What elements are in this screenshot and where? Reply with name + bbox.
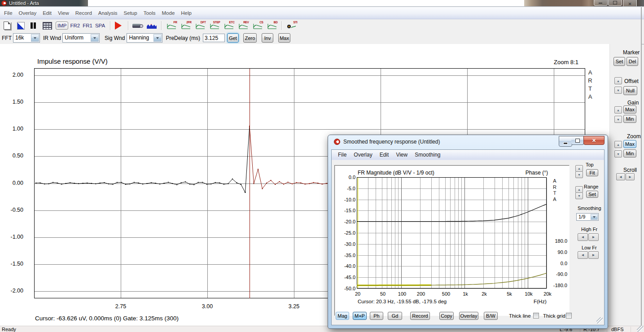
status-separator [631,327,631,332]
fr-menu-item[interactable]: File [334,152,350,158]
gain-up-button[interactable]: ▲ [614,106,622,114]
right-sidebar: Marker Set Del ▲ Offset ▼ Null Gain ▲ Ma… [609,44,641,326]
fr-minimize-button[interactable] [559,136,572,147]
status-unit: dBFS [611,327,624,332]
fr-record-button[interactable]: Record [410,312,430,320]
record-label: Record [412,313,428,319]
thick-grid-checkbox[interactable] [566,313,572,319]
tick-label: 10k [522,291,535,297]
fr-smoothing-combo[interactable]: 1/9 [576,213,599,221]
fft-combo[interactable]: 16k [13,33,40,43]
menu-item[interactable]: Tools [140,10,159,16]
menu-item[interactable]: Record [72,10,95,16]
fr-lowfr-left-button[interactable]: ◄ [578,251,588,259]
inv-button[interactable]: Inv [262,33,273,43]
fr-close-button[interactable]: ✕ [583,136,605,145]
offset-null-button[interactable]: Null [623,86,637,95]
zero-button[interactable]: Zero [243,33,257,43]
analysis-icon-button[interactable]: STEP [209,21,220,31]
zoom-up-button[interactable]: ▲ [614,141,622,148]
fr1-mode-button[interactable]: FR1 [82,22,93,29]
zoom-max-button[interactable]: Max [623,140,636,148]
get-button[interactable]: Get [227,33,239,43]
smoothing-combo-arrow[interactable] [591,214,598,220]
microphone-icon[interactable] [132,24,141,28]
analysis-icon-button[interactable]: DFT [195,21,206,31]
fr-plot[interactable] [357,177,547,289]
tick-label: 50 [376,291,390,297]
menu-item[interactable]: File [1,10,16,16]
scroll-right-button[interactable]: ► [626,173,635,180]
fr-range-set-button[interactable]: Set [586,191,598,198]
analysis-icon-button[interactable]: 2FR [180,21,192,31]
fr-highfr-right-button[interactable]: ► [588,233,599,241]
marker-set-button[interactable]: Set [613,57,625,66]
table-icon[interactable] [43,22,52,30]
gain-min-button[interactable]: Min [623,115,636,123]
spectrum-icon[interactable] [147,23,157,29]
fr-mag-button[interactable]: Mag [336,312,349,320]
minimize-button[interactable] [594,0,608,6]
fr-top-up-button[interactable]: ▲ [575,165,583,172]
predelay-input[interactable] [203,34,225,42]
fr-menu-item[interactable]: Smoothing [411,152,444,158]
fr2-mode-button[interactable]: FR2 [69,22,81,29]
menu-item[interactable]: Analysis [95,10,121,16]
close-button[interactable]: ✕ [623,0,637,6]
maximize-button[interactable] [608,0,622,6]
analysis-icon-button[interactable]: FR [166,21,177,31]
fr-copy-button[interactable]: Copy [439,312,454,320]
menu-item[interactable]: Edit [39,10,55,16]
fr-menu-item[interactable]: Overlay [350,152,376,158]
offset-up-button[interactable]: ▲ [614,77,622,84]
marker-del-button[interactable]: Del [626,57,638,66]
fr-resize-grip[interactable] [596,317,603,323]
fr-top-down-button[interactable]: ▼ [575,171,583,178]
fr-bw-button[interactable]: B/W [484,312,498,320]
ir-wnd-combo-arrow[interactable] [91,34,99,42]
fr-maximize-button[interactable] [571,136,584,145]
toolbar-separator [110,21,111,30]
zoom-min-button[interactable]: Min [623,149,636,157]
sig-wnd-combo[interactable]: Hanning [127,33,162,43]
fr-lowfr-right-button[interactable]: ► [588,251,599,259]
thick-line-checkbox[interactable] [533,313,539,319]
analysis-icon-button[interactable]: ETC [223,21,235,31]
record-play-icon[interactable] [115,22,126,30]
fr-fit-button[interactable]: Fit [586,169,598,176]
menu-item[interactable]: Mode [159,10,178,16]
max-button[interactable]: Max [278,33,290,43]
fr-range-down-button[interactable]: ▼ [575,192,583,199]
statusbar-resize-grip[interactable] [637,326,643,332]
spa-mode-button[interactable]: SPA [94,22,106,29]
signal-generator-icon[interactable] [17,22,25,30]
tick-label: 100 [395,291,409,297]
menu-item[interactable]: Setup [121,10,140,16]
offset-down-button[interactable]: ▼ [614,87,622,94]
gain-down-button[interactable]: ▼ [614,116,622,123]
analysis-icon-button[interactable]: BD [267,21,278,31]
sig-wnd-combo-arrow[interactable] [153,34,162,42]
fr-gd-button[interactable]: Gd [388,312,402,320]
pause-icon[interactable] [31,22,36,29]
fr-highfr-left-button[interactable]: ◄ [578,233,588,241]
analysis-icon-button[interactable]: REV [238,21,249,31]
new-document-icon[interactable] [4,22,11,30]
zoom-down-button[interactable]: ▼ [614,150,622,157]
analysis-icon-button[interactable]: CS [252,21,263,31]
fr-mp-button[interactable]: M+P [353,312,367,320]
imp-mode-button[interactable]: IMP [56,22,68,30]
fr-overlay-button[interactable]: Overlay [459,312,478,320]
fft-combo-arrow[interactable] [31,34,39,42]
fr-ph-button[interactable]: Ph [370,312,383,320]
menu-item[interactable]: Help [178,10,195,16]
fr-menu-item[interactable]: View [392,152,411,158]
gain-max-button[interactable]: Max [623,105,636,114]
scroll-left-button[interactable]: ◄ [616,173,625,180]
ir-wnd-combo[interactable]: Uniform [62,33,100,43]
fr-range-up-button[interactable]: ▲ [575,186,583,193]
sti-icon-button[interactable]: STI [286,21,298,31]
fr-menu-item[interactable]: Edit [376,152,393,158]
menu-item[interactable]: Overlay [16,10,40,16]
menu-item[interactable]: View [55,10,72,16]
